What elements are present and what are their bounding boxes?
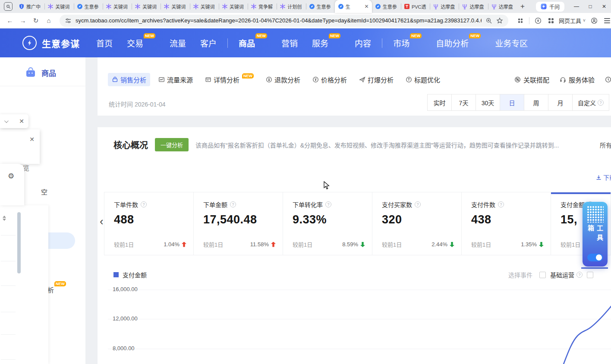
browser-tab[interactable]: 竞争解 bbox=[248, 0, 277, 13]
one-click-analyze-button[interactable]: 一键分析 bbox=[155, 138, 189, 151]
back-icon[interactable]: ← bbox=[3, 14, 16, 27]
range-月[interactable]: 月 bbox=[548, 94, 573, 111]
browser-tab[interactable]: 关键词 bbox=[190, 0, 219, 13]
browser-tab[interactable]: 关键词 bbox=[161, 0, 189, 13]
range-30天[interactable]: 30天 bbox=[476, 94, 500, 111]
event-checkbox[interactable] bbox=[539, 272, 546, 278]
range-周[interactable]: 周 bbox=[524, 94, 548, 111]
toolbox-widget[interactable]: 工具箱 bbox=[583, 202, 608, 267]
gear-icon[interactable]: ⚙ bbox=[8, 172, 14, 181]
nav-item-市场[interactable]: 市场NEW bbox=[393, 37, 422, 49]
metric-card-支付买家数[interactable]: 支付买家数?320较前1日2.44% bbox=[372, 192, 462, 255]
nav-item-营销[interactable]: 营销 bbox=[281, 37, 298, 49]
browser-tab[interactable]: 生意参 bbox=[372, 0, 401, 13]
browser-tab[interactable]: 生意参 bbox=[74, 0, 103, 13]
range-实时[interactable]: 实时 bbox=[427, 94, 452, 111]
nav-item-业务专区[interactable]: 业务专区 bbox=[495, 37, 528, 49]
range-7天[interactable]: 7天 bbox=[451, 94, 476, 111]
tab-标题优化[interactable]: 标题优化 bbox=[402, 73, 444, 86]
close-icon[interactable]: ✕ bbox=[29, 136, 35, 142]
qianwen-button[interactable]: 千问 bbox=[536, 2, 564, 12]
browser-tab[interactable]: 计划创 bbox=[277, 0, 306, 13]
browser-tab[interactable]: 生意参 bbox=[306, 0, 335, 13]
download-link[interactable]: 下载 bbox=[596, 173, 611, 182]
reload-icon[interactable]: ↻ bbox=[29, 14, 42, 27]
tool-服务体验[interactable]: 服务体验 bbox=[560, 75, 595, 84]
browser-tab[interactable]: 生✕ bbox=[335, 0, 372, 13]
help-icon[interactable]: ? bbox=[576, 272, 583, 278]
tab-销售分析[interactable]: 销售分析 bbox=[108, 73, 150, 86]
nav-item-首页[interactable]: 首页 bbox=[96, 37, 113, 49]
tab-流量来源[interactable]: 流量来源 bbox=[154, 73, 197, 86]
help-icon[interactable]: ? bbox=[141, 201, 147, 207]
all-terms-link[interactable]: 所有 bbox=[600, 141, 611, 149]
nav-item-自助分析[interactable]: 自助分析NEW bbox=[436, 37, 481, 49]
web-tools-grid-icon[interactable] bbox=[545, 15, 557, 27]
nav-item-商品[interactable]: 商品NEW bbox=[239, 37, 267, 49]
forward-icon[interactable]: → bbox=[16, 14, 29, 27]
extensions-icon[interactable] bbox=[514, 15, 526, 27]
maximize-button[interactable]: □ bbox=[583, 0, 597, 13]
tab-价格分析[interactable]: 价格分析 bbox=[309, 73, 351, 86]
browser-tab[interactable]: 关键词 bbox=[132, 0, 161, 13]
minimize-button[interactable]: — bbox=[570, 0, 583, 13]
browser-tab[interactable]: 推广中 bbox=[16, 0, 44, 13]
profile-avatar[interactable] bbox=[588, 15, 600, 27]
change-value: 1.04% bbox=[164, 241, 180, 248]
metric-card-支付件数[interactable]: 支付件数?438较前1日1.35% bbox=[462, 192, 551, 255]
bookmark-star-icon[interactable] bbox=[496, 17, 503, 24]
browser-menu-icon[interactable] bbox=[601, 15, 611, 27]
address-bar[interactable]: sycm.taobao.com/cc/item_archives?activeK… bbox=[60, 15, 508, 27]
browser-tab[interactable]: 关键词 bbox=[44, 0, 73, 13]
tab-打爆分析[interactable]: 打爆分析 bbox=[355, 73, 397, 86]
tab-close-icon[interactable]: ✕ bbox=[365, 3, 369, 9]
help-icon[interactable]: ? bbox=[230, 201, 236, 207]
sort-icon[interactable] bbox=[3, 216, 6, 221]
url-text[interactable]: sycm.taobao.com/cc/item_archives?activeK… bbox=[76, 17, 482, 24]
download-icon[interactable] bbox=[532, 15, 544, 27]
carousel-left-arrow[interactable]: ‹ bbox=[100, 216, 104, 227]
help-icon[interactable]: ? bbox=[498, 201, 504, 207]
close-button[interactable]: ✕ bbox=[597, 0, 611, 13]
help-icon[interactable]: ? bbox=[325, 201, 331, 207]
help-icon[interactable]: ? bbox=[415, 201, 421, 207]
nav-item-流量[interactable]: 流量 bbox=[170, 37, 186, 49]
select-events-label[interactable]: 选择事件 bbox=[508, 270, 532, 279]
browser-tab[interactable]: 达摩盘 bbox=[459, 0, 488, 13]
browser-tab[interactable]: 达摩盘 bbox=[488, 0, 517, 13]
browser-tab[interactable]: 关键词 bbox=[103, 0, 132, 13]
payment-amount-chart[interactable]: 16,000.0012,000.008,000.00 bbox=[98, 281, 611, 364]
brand[interactable]: 生意参谋 bbox=[22, 36, 80, 50]
metric-card-下单件数[interactable]: 下单件数?488较前1日1.04% bbox=[104, 192, 194, 255]
nav-item-内容[interactable]: 内容 bbox=[355, 37, 371, 49]
close-icon[interactable]: ✕ bbox=[19, 118, 24, 124]
help-icon[interactable]: ? bbox=[598, 100, 604, 106]
scrollbar-thumb[interactable] bbox=[17, 212, 21, 273]
browser-tab[interactable]: 达摩盘 bbox=[430, 0, 459, 13]
nav-item-交易[interactable]: 交易NEW bbox=[127, 37, 155, 49]
browser-tab[interactable]: 关键词 bbox=[219, 0, 248, 13]
chevron-down-icon[interactable]: ˅ bbox=[583, 18, 586, 23]
tab-search-icon[interactable] bbox=[4, 2, 13, 11]
range-自定义[interactable]: 自定义? bbox=[572, 94, 609, 111]
nav-item-客户[interactable]: 客户 bbox=[200, 37, 217, 49]
metric-card-下单金额[interactable]: 下单金额?17,540.48较前1日11.58% bbox=[194, 192, 283, 255]
zoom-page-icon[interactable] bbox=[485, 17, 492, 24]
sidebar-item-partial[interactable]: 空 bbox=[41, 187, 47, 196]
browser-tab[interactable]: PVC透 bbox=[401, 0, 430, 13]
metric-card-下单转化率[interactable]: 下单转化率?9.33%较前1日8.59% bbox=[283, 192, 372, 255]
tool-partial[interactable] bbox=[605, 76, 611, 83]
site-settings-icon[interactable] bbox=[65, 17, 72, 24]
range-日[interactable]: 日 bbox=[500, 94, 524, 111]
chevron-down-icon[interactable] bbox=[4, 119, 9, 123]
event-checkbox[interactable] bbox=[587, 272, 593, 278]
toolbox-toggle[interactable] bbox=[587, 254, 603, 261]
new-tab-button[interactable]: + bbox=[517, 2, 528, 11]
nav-item-服务[interactable]: 服务NEW bbox=[312, 37, 340, 49]
web-tools-label[interactable]: 网页工具 bbox=[559, 16, 581, 25]
home-icon[interactable]: ⌂ bbox=[42, 14, 55, 27]
tab-退款分析[interactable]: 退款分析 bbox=[262, 73, 304, 86]
tool-关联搭配[interactable]: 关联搭配 bbox=[514, 75, 549, 84]
tab-详情分析[interactable]: 详情分析NEW bbox=[201, 73, 258, 86]
event-option-基础运营[interactable]: 基础运营? bbox=[550, 270, 583, 279]
